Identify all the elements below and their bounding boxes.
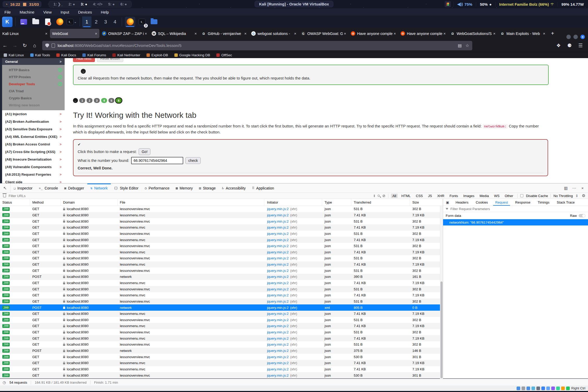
tab-close-icon[interactable]: × <box>543 31 545 36</box>
request-row[interactable]: 200GETlocalhost:8080lessonoverview.mvcjq… <box>0 329 443 335</box>
page-button-6[interactable]: 6 <box>116 98 122 103</box>
column-header-transferred[interactable]: Transferred <box>351 199 410 206</box>
menu-file[interactable]: File <box>0 8 15 16</box>
filter-params-input[interactable]: Filter Request Parameters <box>443 206 588 212</box>
page-button-1[interactable]: 1 <box>79 98 85 103</box>
vbox-device-icon-2[interactable] <box>526 387 530 390</box>
request-row[interactable]: 200GETlocalhost:8080lessonmenu.mvcjquery… <box>0 237 443 243</box>
filter-pill-ws[interactable]: WS <box>492 194 501 198</box>
bookmark-kali-nethunter[interactable]: Kali NetHunter <box>112 53 140 57</box>
network-settings-gear-icon[interactable]: ⚙ <box>581 193 586 198</box>
scrollbar-thumb[interactable] <box>440 281 443 378</box>
devtools-tab-console[interactable]: »_Console <box>35 183 61 193</box>
page-button-4[interactable]: 4 <box>101 98 107 103</box>
browser-tab[interactable]: ΩMain Exploits - Web× <box>498 29 547 38</box>
browser-tab[interactable]: ΩWebGoatSolutions/S× <box>448 29 498 38</box>
bookmark-offsec[interactable]: OffSec <box>216 53 232 57</box>
devtools-tab-inspector[interactable]: ❏Inspector <box>10 183 35 193</box>
devtools-close-icon[interactable]: × <box>579 186 586 190</box>
detail-tab-response[interactable]: Response <box>512 199 534 206</box>
initiator-link[interactable]: jquery.min.js:2 <box>267 275 289 279</box>
workspace-indicator[interactable]: 4: </> <box>91 2 105 7</box>
vbox-device-icon-1[interactable] <box>522 387 525 390</box>
request-row[interactable]: 200GETlocalhost:8080lessonoverview.mvcjq… <box>0 206 443 212</box>
column-header-method[interactable]: Method <box>30 199 61 206</box>
reset-lesson-button[interactable]: Reset lesson <box>97 58 123 62</box>
sidebar-category[interactable]: (A9) Vulnerable Components> <box>2 163 65 171</box>
volume-indicator[interactable]: ◀)) 75% <box>454 2 476 7</box>
launcher-files[interactable] <box>30 17 41 27</box>
initiator-link[interactable]: jquery.min.js:2 <box>267 256 289 260</box>
taskbar-workspace-4[interactable]: 4 <box>110 16 120 27</box>
kali-menu-button[interactable]: K <box>2 17 13 27</box>
answer-input[interactable] <box>131 157 183 164</box>
taskbar-workspace-1[interactable]: 1 <box>82 16 91 27</box>
reader-mode-icon[interactable]: ▤ <box>458 43 462 48</box>
maximize-button[interactable] <box>573 35 578 39</box>
tray-app-icon[interactable] <box>445 1 451 7</box>
sidebar-lesson-http-basics[interactable]: HTTP Basics✔ <box>2 66 65 74</box>
initiator-link[interactable]: jquery.min.js:2 <box>267 318 289 322</box>
devtools-tab-network[interactable]: ⇅Network <box>87 183 111 193</box>
clear-requests-icon[interactable] <box>3 194 6 197</box>
initiator-link[interactable]: jquery.min.js:2 <box>267 293 289 297</box>
browser-tab[interactable]: ⚡OWASP ZAP – ZAP i× <box>100 29 149 38</box>
running-firefox[interactable] <box>125 17 135 27</box>
param-networknum[interactable]: networkNum: "66.90761745442964" <box>443 219 588 225</box>
filter-pill-js[interactable]: JS <box>426 194 433 198</box>
initiator-link[interactable]: jquery.min.js:2 <box>267 225 289 229</box>
sidebar-lesson-developer-tools[interactable]: Developer Tools✔ <box>2 81 65 88</box>
tab-close-icon[interactable]: × <box>394 31 396 36</box>
devtools-tab-storage[interactable]: ▤Storage <box>196 183 219 193</box>
menu-help[interactable]: Help <box>96 8 113 16</box>
tab-close-icon[interactable]: × <box>493 31 495 36</box>
sidebar-category[interactable]: (A8) Insecure Deserialization> <box>2 156 65 163</box>
running-terminal[interactable]: $_ 3 <box>137 17 147 27</box>
request-row[interactable]: 200GETlocalhost:8080lessonmenu.mvcjquery… <box>0 335 443 341</box>
sidebar-category[interactable]: (A2) Broken Authentication> <box>2 118 65 125</box>
launcher-firefox[interactable] <box>54 17 65 27</box>
request-row[interactable]: 200POSTlocalhost:8080networkjquery.min.j… <box>0 274 443 280</box>
site-info-icon[interactable] <box>52 44 55 48</box>
disable-cache-checkbox[interactable] <box>520 194 523 197</box>
initiator-link[interactable]: jquery.min.js:2 <box>267 355 289 359</box>
sidebar-category[interactable]: (A8:2013) Request Forgeries> <box>2 171 65 178</box>
menu-input[interactable]: Input <box>56 8 74 16</box>
filter-pill-media[interactable]: Media <box>478 194 490 198</box>
workspace-indicator[interactable]: 5: ● <box>106 2 117 7</box>
filter-pill-all[interactable]: All <box>391 194 398 198</box>
sidebar-category[interactable]: (A1) Injection> <box>2 110 65 118</box>
devtools-tab-accessibility[interactable]: ♿Accessibility <box>219 183 249 193</box>
forward-button[interactable]: → <box>10 41 19 50</box>
initiator-link[interactable]: jquery.min.js:2 <box>267 361 289 365</box>
request-row[interactable]: 200GETlocalhost:8080lessonoverview.mvcjq… <box>0 231 443 237</box>
tab-close-icon[interactable]: × <box>344 31 346 36</box>
initiator-link[interactable]: jquery.min.js:2 <box>267 349 289 353</box>
sidebar-category[interactable]: (A5) Broken Access Control> <box>2 140 65 148</box>
filter-pill-xhr[interactable]: XHR <box>436 194 446 198</box>
clock-widget[interactable]: ◔ 16:22 ▦ 31/03 <box>3 1 41 7</box>
go-button[interactable]: Go! <box>139 148 150 155</box>
initiator-link[interactable]: jquery.min.js:2 <box>267 238 289 242</box>
request-row[interactable]: 200GETlocalhost:8080lessonmenu.mvcjquery… <box>0 323 443 329</box>
bookmark-kali-forums[interactable]: Kali Forums <box>82 53 106 57</box>
initiator-link[interactable]: jquery.min.js:2 <box>267 287 289 291</box>
filter-urls-input[interactable]: Filter URLs <box>9 194 26 198</box>
column-header-file[interactable]: File <box>118 199 265 206</box>
initiator-link[interactable]: jquery.min.js:2 <box>267 207 289 211</box>
filter-pill-html[interactable]: HTML <box>400 194 412 198</box>
launcher-window[interactable] <box>19 17 29 27</box>
column-header-status[interactable]: Status <box>0 199 30 206</box>
filter-pill-other[interactable]: Other <box>503 194 515 198</box>
search-icon[interactable] <box>378 195 380 197</box>
sidebar-category[interactable]: (A7) Cross-Site Scripting (XSS)> <box>2 148 65 156</box>
taskbar-workspace-3[interactable]: 3 <box>101 16 110 27</box>
initiator-link[interactable]: jquery.min.js:2 <box>267 232 289 236</box>
bookmark-google-hacking-db[interactable]: Google Hacking DB <box>174 53 210 57</box>
tab-close-icon[interactable]: × <box>294 31 296 36</box>
browser-tab[interactable]: ʘHave anyone comple× <box>349 29 398 38</box>
page-button-3[interactable]: 3 <box>94 98 100 103</box>
panel-toggle-icon[interactable]: ▣ <box>443 200 452 204</box>
request-row[interactable]: 200GETlocalhost:8080lessonoverview.mvcjq… <box>0 255 443 261</box>
account-icon[interactable]: ⚈ <box>565 41 574 50</box>
